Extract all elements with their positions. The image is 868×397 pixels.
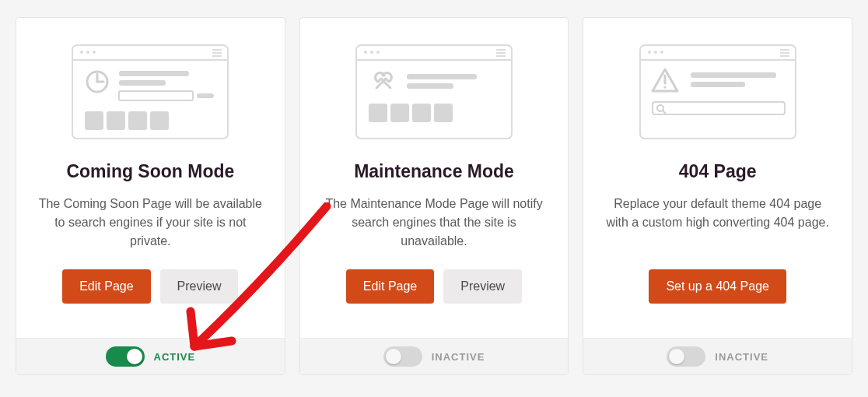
card-description: The Maintenance Mode Page will notify se… bbox=[322, 195, 547, 251]
svg-rect-11 bbox=[119, 71, 189, 76]
svg-rect-6 bbox=[212, 55, 222, 57]
edit-page-button[interactable]: Edit Page bbox=[62, 269, 150, 304]
card-body: 404 Page Replace your default theme 404 … bbox=[583, 18, 852, 338]
svg-point-2 bbox=[86, 51, 89, 54]
svg-rect-25 bbox=[496, 55, 506, 57]
svg-point-21 bbox=[370, 51, 373, 54]
toggle-status-label: INACTIVE bbox=[432, 351, 485, 363]
svg-rect-29 bbox=[369, 104, 387, 122]
svg-point-1 bbox=[80, 51, 83, 54]
coming-soon-skeleton-icon bbox=[53, 41, 247, 142]
card-actions: Edit Page Preview bbox=[62, 269, 238, 304]
svg-rect-28 bbox=[407, 83, 453, 89]
card-title: Maintenance Mode bbox=[354, 161, 514, 182]
card-footer: INACTIVE bbox=[300, 338, 569, 374]
svg-point-22 bbox=[376, 51, 380, 54]
svg-rect-39 bbox=[780, 55, 789, 57]
maintenance-toggle[interactable] bbox=[383, 346, 422, 367]
svg-rect-18 bbox=[150, 111, 169, 130]
svg-rect-30 bbox=[390, 104, 409, 122]
edit-page-button[interactable]: Edit Page bbox=[346, 269, 434, 304]
toggle-status-label: INACTIVE bbox=[715, 351, 768, 363]
preview-button[interactable]: Preview bbox=[160, 269, 239, 304]
404-skeleton-icon bbox=[621, 41, 815, 142]
svg-rect-23 bbox=[496, 49, 506, 51]
card-footer: INACTIVE bbox=[583, 338, 852, 374]
setup-404-button[interactable]: Set up a 404 Page bbox=[649, 269, 786, 304]
svg-point-36 bbox=[660, 51, 663, 54]
card-title: Coming Soon Mode bbox=[66, 161, 234, 182]
card-description: The Coming Soon Page will be available t… bbox=[38, 195, 263, 251]
svg-rect-5 bbox=[212, 52, 222, 54]
svg-rect-15 bbox=[85, 111, 103, 130]
toggle-status-label: ACTIVE bbox=[154, 351, 196, 363]
maintenance-skeleton-icon bbox=[337, 41, 531, 142]
svg-rect-38 bbox=[780, 52, 789, 54]
svg-rect-44 bbox=[691, 82, 745, 87]
svg-rect-12 bbox=[119, 80, 166, 86]
coming-soon-card: Coming Soon Mode The Coming Soon Page wi… bbox=[16, 17, 285, 375]
svg-point-3 bbox=[93, 51, 96, 54]
settings-cards-row: Coming Soon Mode The Coming Soon Page wi… bbox=[16, 17, 852, 375]
svg-point-34 bbox=[648, 51, 651, 54]
maintenance-mode-card: Maintenance Mode The Maintenance Mode Pa… bbox=[299, 17, 569, 375]
svg-rect-32 bbox=[434, 104, 453, 122]
svg-rect-45 bbox=[653, 102, 785, 114]
card-body: Coming Soon Mode The Coming Soon Page wi… bbox=[16, 18, 285, 338]
404-page-card: 404 Page Replace your default theme 404 … bbox=[583, 17, 852, 375]
card-description: Replace your default theme 404 page with… bbox=[605, 195, 830, 251]
card-body: Maintenance Mode The Maintenance Mode Pa… bbox=[300, 18, 569, 338]
card-footer: ACTIVE bbox=[16, 338, 285, 374]
svg-point-35 bbox=[654, 51, 657, 54]
svg-rect-43 bbox=[691, 72, 776, 78]
svg-point-42 bbox=[663, 86, 666, 88]
svg-rect-24 bbox=[496, 52, 506, 54]
coming-soon-toggle[interactable] bbox=[106, 346, 145, 367]
card-title: 404 Page bbox=[679, 161, 757, 182]
svg-rect-16 bbox=[107, 111, 125, 130]
svg-rect-17 bbox=[128, 111, 147, 130]
svg-rect-14 bbox=[197, 93, 214, 98]
svg-line-47 bbox=[663, 111, 666, 114]
preview-button[interactable]: Preview bbox=[443, 269, 522, 304]
svg-rect-27 bbox=[407, 74, 477, 79]
svg-point-20 bbox=[364, 51, 367, 54]
svg-point-46 bbox=[657, 105, 663, 111]
svg-rect-31 bbox=[412, 104, 431, 122]
404-toggle[interactable] bbox=[667, 346, 705, 367]
svg-rect-13 bbox=[119, 91, 193, 100]
svg-rect-37 bbox=[780, 49, 789, 51]
card-actions: Edit Page Preview bbox=[346, 269, 522, 304]
svg-rect-4 bbox=[212, 49, 222, 51]
card-actions: Set up a 404 Page bbox=[649, 269, 786, 304]
